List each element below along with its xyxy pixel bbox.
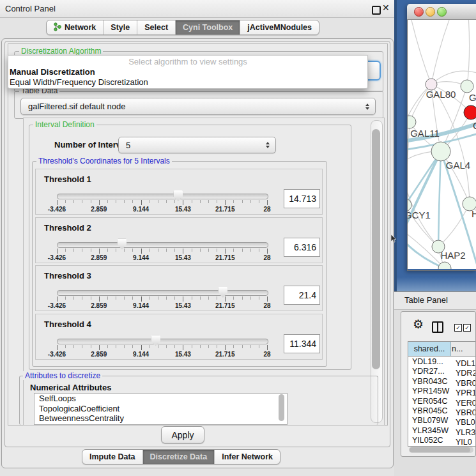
slider-thumb[interactable] — [117, 239, 127, 250]
tab-jactivemnodules[interactable]: jActiveMNodules — [240, 20, 319, 35]
attribute-list-item[interactable]: TopologicalCoefficient — [35, 404, 287, 414]
slider-tick — [57, 249, 58, 254]
attribute-list-item[interactable]: SelfLoops — [35, 394, 287, 404]
slider-tick-label: 15.43 — [175, 254, 191, 261]
threshold-slider[interactable]: -3.4262.8599.14415.4321.71528 — [57, 266, 267, 311]
table-scrollbar-thumb[interactable] — [410, 447, 470, 452]
column-header-shared-name[interactable]: shared... — [408, 342, 451, 356]
attributes-scrollbar-thumb[interactable] — [279, 394, 284, 421]
slider-tick — [183, 345, 183, 350]
slider-tick — [150, 200, 150, 203]
network-node-label: HAP2 — [440, 250, 465, 261]
slider-tick — [73, 296, 74, 300]
threshold-value-field[interactable] — [284, 238, 320, 257]
slider-tick — [242, 296, 243, 300]
checkbox-icon[interactable]: ✓ — [463, 324, 471, 332]
slider-tick — [150, 345, 150, 348]
algorithm-prompt-option[interactable]: Select algorithm to view settings — [8, 56, 367, 67]
tab-network[interactable]: Network — [47, 20, 104, 35]
numerical-attributes-list[interactable]: SelfLoopsTopologicalCoefficientBetweenne… — [34, 393, 288, 425]
slider-tick-label: 28 — [263, 206, 270, 213]
network-node[interactable] — [408, 116, 416, 128]
slider-tick-label: 21.715 — [215, 206, 235, 213]
threshold-value-field[interactable] — [284, 334, 320, 353]
table-row[interactable]: YBL079WYBL0 — [408, 416, 475, 426]
slider-tick — [200, 345, 201, 348]
slider-tick — [192, 200, 192, 203]
algorithm-dropdown-popup: Select algorithm to view settings Manual… — [8, 55, 368, 89]
control-panel: Control Panel ✕ Network Style Select Cyn… — [0, 0, 394, 476]
network-node-label: GAL80 — [426, 89, 456, 100]
table-row[interactable]: YBR043CYBR0 — [408, 377, 475, 387]
network-node[interactable] — [464, 105, 476, 119]
slider-tick — [132, 296, 133, 300]
table-row[interactable]: YPR145WYPR1 — [408, 387, 475, 396]
gear-icon[interactable]: ⚙ — [413, 318, 424, 330]
network-edge[interactable] — [431, 20, 451, 84]
slider-tick — [82, 200, 82, 203]
slider-tick — [174, 249, 175, 252]
slider-track[interactable] — [57, 290, 268, 296]
table-row[interactable]: YLR345WYLR3 — [408, 426, 475, 436]
slider-track[interactable] — [57, 194, 268, 199]
tab-select[interactable]: Select — [137, 20, 176, 35]
tab-infer-network[interactable]: Infer Network — [215, 450, 280, 464]
network-edge[interactable] — [410, 20, 431, 84]
slider-tick — [259, 296, 259, 300]
slider-tick-label: -3.426 — [48, 254, 66, 261]
slider-tick — [267, 200, 268, 205]
slider-thumb[interactable] — [218, 287, 227, 298]
algorithm-option-manual[interactable]: Manual Discretization — [8, 67, 367, 77]
slider-tick-label: 2.859 — [91, 351, 107, 358]
threshold-slider[interactable]: -3.4262.8599.14415.4321.71528 — [57, 218, 267, 263]
tab-discretize-data[interactable]: Discretize Data — [143, 450, 215, 464]
table-row[interactable]: YIL052CYIL0 — [408, 436, 475, 445]
interval-definition-legend: Interval Definition — [33, 120, 96, 129]
slider-tick — [57, 345, 58, 350]
cell-shared-name: YBR045C — [408, 406, 453, 415]
slider-tick — [107, 345, 108, 348]
float-window-icon[interactable] — [372, 6, 381, 15]
checkbox-icon[interactable]: ✓ — [454, 324, 462, 332]
threshold-value-field[interactable] — [284, 286, 320, 305]
table-row[interactable]: YER054CYER0 — [408, 397, 475, 406]
window-close-traffic-light[interactable] — [414, 7, 424, 17]
slider-tick-label: 21.715 — [215, 351, 235, 358]
column-header-name[interactable]: n... — [452, 342, 463, 356]
apply-button[interactable]: Apply — [161, 426, 204, 443]
slider-thumb[interactable] — [151, 335, 160, 346]
slider-tick — [183, 200, 183, 205]
node-attribute-table[interactable]: shared... n... YDL19...YDL1YDR27...YDR2Y… — [408, 341, 475, 447]
split-columns-icon[interactable] — [432, 321, 443, 333]
network-edge[interactable] — [467, 20, 470, 86]
close-icon[interactable]: ✕ — [382, 3, 390, 13]
network-edge[interactable] — [438, 151, 441, 247]
table-data-combobox[interactable]: galFiltered.sif default node — [20, 98, 376, 115]
number-of-intervals-combobox[interactable]: 5 — [118, 137, 276, 153]
network-canvas[interactable]: GAL80GACGAL11GAL4GCY1HHAP2 — [408, 20, 476, 269]
tab-cyni-toolbox[interactable]: Cyni Toolbox — [176, 20, 240, 35]
tab-impute-data[interactable]: Impute Data — [82, 450, 143, 464]
threshold-value-field[interactable] — [284, 189, 320, 208]
algorithm-option-equal-width[interactable]: Equal Width/Frequency Discretization — [8, 77, 367, 88]
threshold-slider[interactable]: -3.4262.8599.14415.4321.71528 — [57, 169, 267, 214]
tab-style[interactable]: Style — [104, 20, 137, 35]
table-row[interactable]: YDR27...YDR2 — [408, 367, 475, 376]
window-zoom-traffic-light[interactable] — [437, 7, 447, 17]
table-row[interactable]: YBR045CYBR0 — [408, 406, 475, 416]
window-minimize-traffic-light[interactable] — [426, 7, 435, 17]
slider-tick — [166, 200, 167, 203]
settings-scrollbar-thumb[interactable] — [372, 129, 380, 369]
slider-tick — [141, 249, 142, 254]
threshold-slider[interactable]: -3.4262.8599.14415.4321.71528 — [57, 314, 267, 359]
network-node[interactable] — [461, 80, 473, 93]
network-node[interactable] — [431, 142, 450, 161]
slider-track[interactable] — [57, 339, 268, 344]
table-row[interactable]: YDL19...YDL1 — [408, 357, 475, 367]
network-node[interactable] — [438, 262, 451, 269]
network-icon — [54, 22, 61, 33]
slider-tick — [267, 249, 268, 254]
slider-track[interactable] — [57, 242, 268, 248]
attribute-list-item[interactable]: BetweennessCentrality — [35, 413, 287, 424]
network-edge[interactable] — [408, 122, 410, 205]
